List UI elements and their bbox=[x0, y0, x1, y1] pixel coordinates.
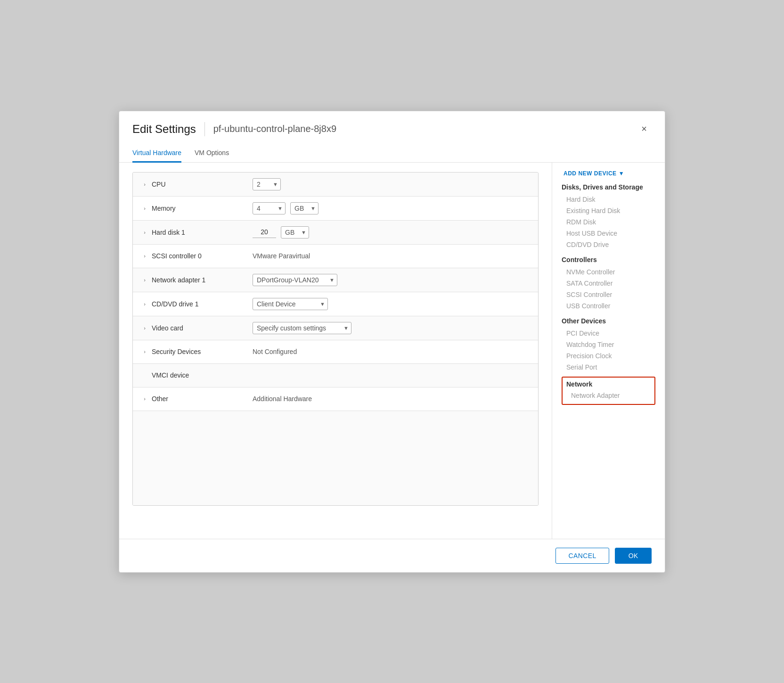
header-divider bbox=[204, 122, 205, 136]
dialog-title: Edit Settings bbox=[132, 123, 196, 136]
dialog-body: › CPU 1 2 4 8 ▼ bbox=[119, 163, 665, 539]
memory-unit-select[interactable]: MB GB bbox=[290, 202, 318, 214]
table-row: › SCSI controller 0 VMware Paravirtual bbox=[133, 245, 538, 268]
sidebar-item-sata-controller: SATA Controller bbox=[562, 278, 655, 289]
security-value: Not Configured bbox=[253, 348, 531, 355]
table-row: › CD/DVD drive 1 Client Device ▼ bbox=[133, 292, 538, 316]
close-button[interactable]: × bbox=[637, 122, 652, 137]
vmci-label: VMCI device bbox=[149, 371, 253, 379]
table-row: › Hard disk 1 MB GB ▼ bbox=[133, 221, 538, 245]
harddisk1-unit-select[interactable]: MB GB bbox=[281, 226, 309, 239]
harddisk1-unit-wrap: MB GB ▼ bbox=[281, 226, 309, 239]
table-row: VMCI device bbox=[133, 364, 538, 387]
cddvd-value: Client Device ▼ bbox=[253, 298, 531, 310]
other-expand-icon[interactable]: › bbox=[140, 395, 149, 403]
sidebar-item-network-adapter[interactable]: Network Adapter bbox=[566, 390, 651, 401]
cddvd-expand-icon[interactable]: › bbox=[140, 300, 149, 308]
sidebar-item-scsi-controller: SCSI Controller bbox=[562, 289, 655, 300]
sidebar-item-usb-controller: USB Controller bbox=[562, 300, 655, 312]
security-expand-icon[interactable]: › bbox=[140, 347, 149, 356]
network-section: Network Network Adapter bbox=[562, 377, 655, 405]
videocard-label: Video card bbox=[149, 324, 253, 332]
sidebar-item-rdm-disk: RDM Disk bbox=[562, 216, 655, 228]
harddisk1-value: MB GB ▼ bbox=[253, 226, 531, 239]
table-row: › Memory 2 4 8 16 ▼ bbox=[133, 197, 538, 221]
harddisk1-label: Hard disk 1 bbox=[149, 229, 253, 236]
sidebar-item-cddvd-drive: CD/DVD Drive bbox=[562, 239, 655, 250]
videocard-select-wrap: Specify custom settings ▼ bbox=[253, 322, 351, 334]
memory-number-wrap: 2 4 8 16 ▼ bbox=[253, 202, 286, 214]
scsi-value: VMware Paravirtual bbox=[253, 252, 531, 260]
netadapter1-value: DPortGroup-VLAN20 ▼ bbox=[253, 274, 531, 286]
scsi-label: SCSI controller 0 bbox=[149, 252, 253, 260]
sidebar-item-pci-device: PCI Device bbox=[562, 328, 655, 339]
netadapter1-expand-icon[interactable]: › bbox=[140, 276, 149, 284]
tab-vm-options[interactable]: VM Options bbox=[195, 144, 229, 163]
memory-expand-icon[interactable]: › bbox=[140, 204, 149, 213]
dialog-subtitle: pf-ubuntu-control-plane-8j8x9 bbox=[213, 123, 637, 134]
dialog-header: Edit Settings pf-ubuntu-control-plane-8j… bbox=[119, 111, 665, 144]
other-static-value: Additional Hardware bbox=[253, 395, 312, 403]
main-content: › CPU 1 2 4 8 ▼ bbox=[119, 163, 552, 539]
harddisk1-size-input[interactable] bbox=[253, 226, 276, 238]
cddvd-select[interactable]: Client Device bbox=[253, 298, 328, 310]
table-row: › Security Devices Not Configured bbox=[133, 340, 538, 364]
sidebar-item-precision-clock: Precision Clock bbox=[562, 350, 655, 362]
add-new-device-button[interactable]: ADD NEW DEVICE ▼ bbox=[562, 170, 624, 177]
hardware-table: › CPU 1 2 4 8 ▼ bbox=[132, 172, 539, 506]
sidebar-item-watchdog-timer: Watchdog Timer bbox=[562, 339, 655, 350]
tabs-bar: Virtual Hardware VM Options bbox=[119, 144, 665, 163]
videocard-expand-icon[interactable]: › bbox=[140, 324, 149, 332]
table-row: › Network adapter 1 DPortGroup-VLAN20 ▼ bbox=[133, 268, 538, 292]
netadapter1-select-wrap: DPortGroup-VLAN20 ▼ bbox=[253, 274, 337, 286]
netadapter1-label: Network adapter 1 bbox=[149, 276, 253, 284]
sidebar-item-serial-port: Serial Port bbox=[562, 362, 655, 373]
memory-value: 2 4 8 16 ▼ MB GB ▼ bbox=[253, 202, 531, 214]
cpu-select[interactable]: 1 2 4 8 bbox=[253, 178, 281, 190]
memory-unit-wrap: MB GB ▼ bbox=[290, 202, 318, 214]
ok-button[interactable]: OK bbox=[615, 548, 652, 564]
empty-row bbox=[133, 411, 538, 505]
sidebar-item-host-usb-device: Host USB Device bbox=[562, 228, 655, 239]
cpu-label: CPU bbox=[149, 181, 253, 188]
harddisk1-expand-icon[interactable]: › bbox=[140, 228, 149, 237]
tab-virtual-hardware[interactable]: Virtual Hardware bbox=[132, 144, 181, 163]
cddvd-select-wrap: Client Device ▼ bbox=[253, 298, 328, 310]
scsi-static-value: VMware Paravirtual bbox=[253, 252, 310, 260]
cpu-expand-icon[interactable]: › bbox=[140, 180, 149, 189]
other-value: Additional Hardware bbox=[253, 395, 531, 403]
videocard-value: Specify custom settings ▼ bbox=[253, 322, 531, 334]
cddvd-label: CD/DVD drive 1 bbox=[149, 300, 253, 308]
sidebar-item-nvme-controller: NVMe Controller bbox=[562, 266, 655, 278]
add-new-device-chevron-icon: ▼ bbox=[619, 170, 624, 177]
sidebar: ADD NEW DEVICE ▼ Disks, Drives and Stora… bbox=[552, 163, 665, 539]
cpu-select-wrap: 1 2 4 8 ▼ bbox=[253, 178, 281, 190]
security-label: Security Devices bbox=[149, 348, 253, 355]
edit-settings-dialog: Edit Settings pf-ubuntu-control-plane-8j… bbox=[119, 111, 665, 573]
cpu-value: 1 2 4 8 ▼ bbox=[253, 178, 531, 190]
other-label: Other bbox=[149, 395, 253, 403]
sidebar-section-controllers: Controllers bbox=[562, 256, 655, 263]
sidebar-item-existing-hard-disk: Existing Hard Disk bbox=[562, 205, 655, 216]
sidebar-section-disks: Disks, Drives and Storage bbox=[562, 183, 655, 191]
table-row: › Other Additional Hardware bbox=[133, 387, 538, 411]
dialog-footer: CANCEL OK bbox=[119, 539, 665, 572]
sidebar-section-network: Network bbox=[566, 380, 651, 388]
memory-number-select[interactable]: 2 4 8 16 bbox=[253, 202, 286, 214]
sidebar-section-other-devices: Other Devices bbox=[562, 317, 655, 325]
netadapter1-select[interactable]: DPortGroup-VLAN20 bbox=[253, 274, 337, 286]
sidebar-item-hard-disk[interactable]: Hard Disk bbox=[562, 194, 655, 205]
security-static-value: Not Configured bbox=[253, 348, 297, 355]
cancel-button[interactable]: CANCEL bbox=[555, 548, 609, 564]
table-row: › CPU 1 2 4 8 ▼ bbox=[133, 173, 538, 197]
memory-label: Memory bbox=[149, 205, 253, 212]
table-row: › Video card Specify custom settings ▼ bbox=[133, 316, 538, 340]
videocard-select[interactable]: Specify custom settings bbox=[253, 322, 351, 334]
scsi-expand-icon[interactable]: › bbox=[140, 252, 149, 260]
